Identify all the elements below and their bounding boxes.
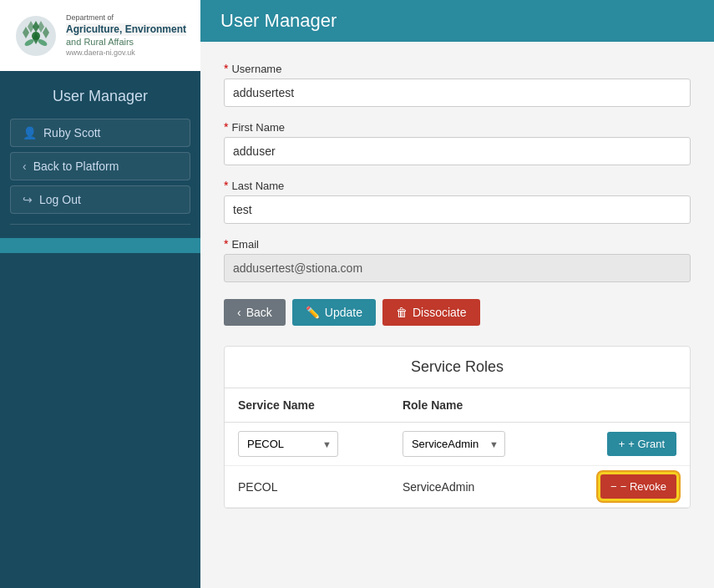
email-required-star: * [224,237,228,251]
username-input[interactable] [224,79,691,107]
edit-icon: ✏️ [306,306,320,319]
row-action-cell: − − Revoke [557,466,690,508]
row-role-name: ServiceAdmin [389,466,557,508]
page-title: User Manager [220,10,694,32]
revoke-button[interactable]: − − Revoke [600,474,676,499]
grant-action-cell: + + Grant [557,423,690,466]
grant-button[interactable]: + + Grant [607,432,676,456]
row-service-name: PECOL [225,466,389,508]
email-group: * Email [224,237,691,282]
col-action [557,388,690,423]
main-content: User Manager * Username * First Name * L… [200,0,714,588]
logo-url: www.daera-ni.gov.uk [66,48,186,58]
logo-dept: Department of [66,13,186,23]
dissociate-button[interactable]: 🗑 Dissociate [382,299,480,326]
service-roles-table: Service Name Role Name PECOL [225,388,690,508]
grant-row: PECOL ▼ ServiceAdmin ▼ [225,423,690,466]
table-row: PECOL ServiceAdmin − − Revoke [225,466,690,508]
email-input[interactable] [224,254,691,282]
sidebar-divider [10,224,190,225]
plus-icon: + [619,438,625,450]
logo-text: Department of Agriculture, Environment a… [66,13,186,58]
sidebar-item-logout[interactable]: ↪ Log Out [10,185,190,214]
sidebar-title: User Manager [0,71,200,119]
table-header-row: Service Name Role Name [225,388,690,423]
svg-point-7 [32,32,40,40]
logo-container: Department of Agriculture, Environment a… [0,0,200,71]
user-icon: 👤 [23,126,37,139]
firstname-required-star: * [224,120,228,134]
sidebar-teal-bar [0,238,200,253]
sidebar-platform-label: Back to Platform [33,160,119,173]
logo-main: Agriculture, Environment [66,23,186,37]
update-button[interactable]: ✏️ Update [292,299,376,326]
username-group: * Username [224,62,691,107]
service-select-wrapper: PECOL ▼ [238,431,338,457]
email-label: * Email [224,237,691,251]
lastname-group: * Last Name [224,179,691,224]
service-name-select[interactable]: PECOL [238,431,338,457]
sidebar-user-label: Ruby Scott [43,126,100,139]
service-roles-card: Service Roles Service Name Role Name [224,346,691,509]
back-arrow-icon: ‹ [237,306,241,319]
sidebar: Department of Agriculture, Environment a… [0,0,200,588]
username-label: * Username [224,62,691,75]
minus-icon: − [610,480,617,493]
sidebar-item-user[interactable]: 👤 Ruby Scott [10,119,190,147]
username-required-star: * [224,62,228,75]
lastname-input[interactable] [224,195,691,224]
role-select-cell: ServiceAdmin ▼ [389,423,557,466]
sidebar-nav: 👤 Ruby Scott ‹ Back to Platform ↪ Log Ou… [0,119,200,217]
service-select-cell: PECOL ▼ [225,423,389,466]
firstname-input[interactable] [224,137,691,165]
logout-icon: ↪ [23,193,33,206]
col-service-name: Service Name [225,388,389,423]
form-actions: ‹ Back ✏️ Update 🗑 Dissociate [224,299,691,326]
lastname-label: * Last Name [224,179,691,192]
daera-logo [14,14,58,58]
service-roles-title: Service Roles [225,347,690,388]
sidebar-logout-label: Log Out [39,193,81,206]
page-header: User Manager [200,0,714,42]
role-name-select[interactable]: ServiceAdmin [403,431,505,457]
back-icon: ‹ [23,160,27,173]
lastname-required-star: * [224,179,228,192]
back-button[interactable]: ‹ Back [224,299,286,326]
form-area: * Username * First Name * Last Name * [200,42,714,588]
firstname-group: * First Name [224,120,691,165]
firstname-label: * First Name [224,120,691,134]
trash-icon: 🗑 [396,306,408,319]
role-select-wrapper: ServiceAdmin ▼ [403,431,505,457]
col-role-name: Role Name [389,388,557,423]
sidebar-item-platform[interactable]: ‹ Back to Platform [10,152,190,180]
logo-sub: and Rural Affairs [66,36,186,48]
